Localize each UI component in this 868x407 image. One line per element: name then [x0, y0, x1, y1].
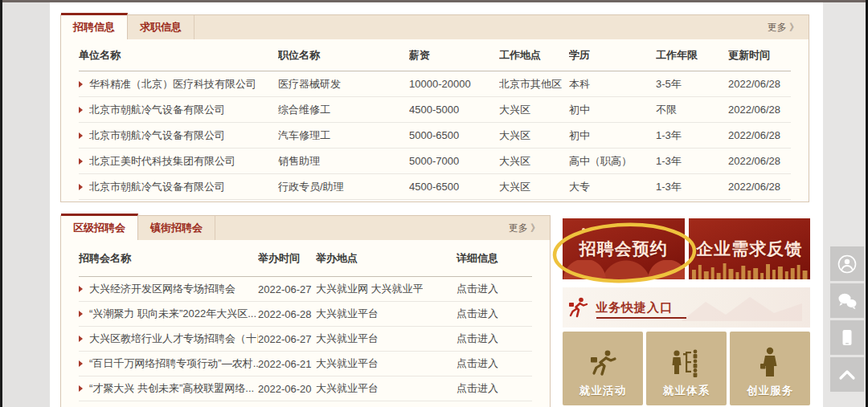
fair-place: 大兴就业平台	[316, 307, 423, 321]
fair-name: “才聚大兴 共创未来”高校联盟网络...	[89, 381, 254, 396]
job-fair-panel: 区级招聘会 镇街招聘会 更多 》 招聘会名称 举办时间 举办地点 详细信息 大兴…	[60, 215, 551, 407]
fair-place: 大兴就业网 大兴就业平台	[316, 282, 423, 296]
fair-date: 2022-06-20	[258, 383, 316, 395]
experience: 不限	[656, 103, 728, 117]
promo-banners: 招聘会预约 企业需求反馈	[563, 218, 810, 279]
fair-enter-link[interactable]: 点击进入	[423, 356, 532, 371]
location: 大兴区	[499, 180, 569, 194]
company-name: 华科精准（北京）医疗科技有限公司	[89, 77, 256, 92]
experience: 1-3年	[656, 128, 728, 143]
card-employment-system[interactable]: 就业体系	[646, 332, 727, 405]
fair-name: “百日千万网络招聘专项行动”—农村...	[89, 356, 258, 371]
fair-date: 2022-06-28	[258, 308, 316, 320]
experience: 3-5年	[656, 77, 728, 92]
account-icon	[837, 254, 858, 275]
card-label: 就业活动	[579, 384, 626, 398]
skyline-decor	[689, 258, 811, 279]
table-row[interactable]: 北京市朝航冷气设备有限公司 行政专员/助理 4500-6500 大兴区 大专 1…	[79, 174, 791, 200]
recruit-table: 单位名称 职位名称 薪资 工作地点 学历 工作年限 更新时间 华科精准（北京）医…	[79, 39, 791, 200]
sparkle-decor	[582, 228, 585, 231]
col-fair-detail: 详细信息	[423, 251, 532, 266]
update-time: 2022/06/28	[728, 104, 791, 116]
col-company: 单位名称	[79, 48, 278, 63]
wechat-icon	[837, 291, 858, 311]
table-row[interactable]: 华科精准（北京）医疗科技有限公司 医疗器械研发 10000-20000 北京市其…	[79, 71, 791, 97]
update-time: 2022/06/28	[728, 129, 791, 141]
col-fair-date: 举办时间	[258, 251, 316, 266]
fair-place: 大兴就业平台	[316, 356, 423, 371]
table-row[interactable]: 北京正美时代科技集团有限公司 销售助理 5000-7000 大兴区 高中（职高）…	[79, 149, 791, 174]
mobile-phone-icon	[837, 328, 857, 348]
company-name: 北京市朝航冷气设备有限公司	[89, 128, 225, 143]
quick-entry-title: 业务快捷入口	[596, 300, 673, 315]
card-startup-services[interactable]: 创业服务	[730, 332, 810, 405]
fair-date: 2022-06-27	[258, 283, 316, 295]
col-location: 工作地点	[499, 48, 569, 63]
window-top-edge	[0, 0, 868, 2]
experience: 1-3年	[656, 180, 728, 194]
table-row[interactable]: 大兴区教培行业人才专场招聘会（十四） 2022-06-27 大兴就业平台 点击进…	[79, 327, 532, 352]
fair-enter-link[interactable]: 点击进入	[423, 332, 532, 346]
card-label: 创业服务	[747, 384, 793, 398]
fair-tabstrip: 区级招聘会 镇街招聘会 更多 》	[61, 216, 550, 240]
position-name: 汽车修理工	[278, 128, 409, 143]
table-row[interactable]: 大兴经济开发区网络专场招聘会 2022-06-27 大兴就业网 大兴就业平台 点…	[79, 277, 532, 302]
person-briefcase-icon	[759, 340, 781, 377]
recruit-info-panel: 招聘信息 求职信息 更多 》 单位名称 职位名称 薪资 工作地点 学历 工作年限…	[60, 14, 809, 202]
row-arrow-icon	[79, 81, 83, 88]
tab-recruit-info[interactable]: 招聘信息	[61, 13, 128, 39]
fair-date: 2022-06-21	[258, 358, 316, 370]
recruit-more-link[interactable]: 更多 》	[768, 15, 809, 39]
row-arrow-icon	[79, 107, 83, 113]
banner-label: 企业需求反馈	[696, 238, 802, 260]
col-fair-name: 招聘会名称	[79, 251, 258, 266]
position-name: 医疗器械研发	[278, 77, 409, 92]
fair-more-link[interactable]: 更多 》	[509, 216, 550, 240]
fair-enter-link[interactable]: 点击进入	[423, 381, 532, 396]
location: 大兴区	[499, 103, 569, 117]
col-position: 职位名称	[278, 48, 409, 63]
floating-toolbar	[830, 246, 864, 394]
quick-entry-section: 业务快捷入口	[563, 287, 810, 328]
table-row[interactable]: “百日千万网络招聘专项行动”—农村... 2022-06-21 大兴就业平台 点…	[79, 352, 532, 376]
table-row[interactable]: 北京市朝航冷气设备有限公司 综合维修工 4500-5000 大兴区 初中 不限 …	[79, 97, 791, 123]
quick-entry-cards: 就业活动 就业体系	[563, 332, 810, 405]
salary: 5000-7000	[409, 155, 499, 167]
banner-label: 招聘会预约	[579, 238, 668, 260]
tab-jobseeker-info[interactable]: 求职信息	[128, 15, 194, 39]
back-to-top-button[interactable]	[830, 357, 864, 392]
fair-place: 大兴就业平台	[316, 332, 423, 346]
table-row[interactable]: 北京市朝航冷气设备有限公司 汽车修理工 5000-6500 大兴区 初中 1-3…	[79, 123, 791, 149]
row-arrow-icon	[79, 286, 83, 292]
account-button[interactable]	[830, 246, 864, 281]
fair-name: 大兴经济开发区网络专场招聘会	[89, 282, 235, 296]
table-row[interactable]: “才聚大兴 共创未来”高校联盟网络... 2022-06-20 大兴就业平台 点…	[79, 376, 532, 401]
running-person-icon	[588, 340, 617, 377]
fair-reservation-banner[interactable]: 招聘会预约	[563, 218, 685, 279]
recruit-table-header: 单位名称 职位名称 薪资 工作地点 学历 工作年限 更新时间	[79, 39, 791, 71]
card-employment-activities[interactable]: 就业活动	[563, 332, 643, 405]
education: 大专	[569, 180, 656, 194]
wechat-button[interactable]	[830, 283, 864, 318]
position-name: 销售助理	[278, 154, 409, 169]
window-left-edge	[0, 0, 2, 407]
company-name: 北京市朝航冷气设备有限公司	[89, 103, 225, 117]
mobile-button[interactable]	[830, 320, 864, 355]
company-name: 北京市朝航冷气设备有限公司	[89, 180, 225, 194]
org-chart-people-icon	[670, 340, 702, 377]
col-education: 学历	[569, 48, 656, 63]
tab-district-fairs[interactable]: 区级招聘会	[61, 214, 138, 240]
fair-enter-link[interactable]: 点击进入	[423, 307, 532, 321]
enterprise-feedback-banner[interactable]: 企业需求反馈	[689, 218, 811, 279]
fair-table: 招聘会名称 举办时间 举办地点 详细信息 大兴经济开发区网络专场招聘会 2022…	[79, 240, 532, 401]
row-arrow-icon	[79, 385, 83, 392]
fair-name: “兴潮聚力 职向未来”2022年大兴区...	[89, 307, 256, 321]
fair-enter-link[interactable]: 点击进入	[423, 282, 532, 296]
card-label: 就业体系	[663, 384, 710, 398]
table-row[interactable]: “兴潮聚力 职向未来”2022年大兴区... 2022-06-28 大兴就业平台…	[79, 302, 532, 327]
row-arrow-icon	[79, 360, 83, 367]
education: 初中	[569, 103, 656, 117]
fair-date: 2022-06-27	[258, 333, 316, 345]
tab-town-fairs[interactable]: 镇街招聘会	[138, 216, 215, 240]
education: 高中（职高）	[569, 154, 656, 169]
